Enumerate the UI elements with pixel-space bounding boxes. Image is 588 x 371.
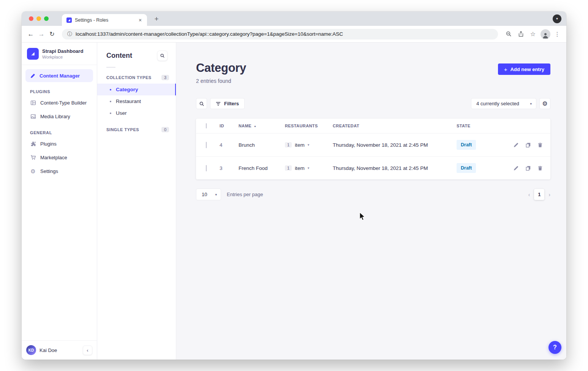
subnav-item-label: Restaurant <box>116 98 141 104</box>
select-all-checkbox[interactable] <box>206 123 207 128</box>
subnav-item-user[interactable]: User <box>97 107 176 119</box>
add-new-entry-label: Add new entry <box>510 67 544 72</box>
browser-profile-icon[interactable]: ▼ <box>553 14 561 23</box>
subnav-item-label: User <box>116 110 127 116</box>
entries-per-page-label: Entries per page <box>227 192 263 197</box>
url-text: localhost:1337/admin/content-manager/col… <box>76 31 343 37</box>
relation-unit-label: item <box>295 142 305 148</box>
edit-pencil-icon[interactable] <box>513 142 519 148</box>
row-checkbox[interactable] <box>206 165 207 171</box>
row-checkbox[interactable] <box>206 142 207 148</box>
chevron-down-icon: ▾ <box>215 193 217 197</box>
sort-ascending-icon: ▲ <box>254 125 256 127</box>
new-tab-button[interactable]: + <box>152 14 161 24</box>
chevron-down-icon: ▾ <box>308 166 310 170</box>
help-button[interactable]: ? <box>548 341 561 354</box>
relation-count-badge: 1 <box>285 165 292 171</box>
collection-types-count-badge: 3 <box>161 75 169 80</box>
delete-trash-icon[interactable] <box>537 142 543 148</box>
subnav-search-button[interactable] <box>157 51 168 61</box>
previous-page-icon[interactable]: ‹ <box>528 192 530 198</box>
pagination-row: 10 ▾ Entries per page ‹ 1 › <box>196 189 550 200</box>
relation-unit-label: item <box>295 165 305 171</box>
sidebar-item-marketplace[interactable]: Marketplace <box>22 151 97 164</box>
column-header-name[interactable]: NAME ▲ <box>239 124 285 128</box>
browser-window: Settings - Roles × + ▼ ← → ↻ ⓘ localhost… <box>22 11 566 360</box>
add-new-entry-button[interactable]: + Add new entry <box>498 63 550 75</box>
cell-restaurants[interactable]: 1 item ▾ <box>285 165 333 171</box>
filters-label: Filters <box>224 101 239 106</box>
workspace-brand[interactable]: Strapi Dashboard Workplace <box>22 43 97 65</box>
cell-restaurants[interactable]: 1 item ▾ <box>285 142 333 148</box>
tab-close-icon[interactable]: × <box>137 17 143 23</box>
strapi-logo-icon <box>27 48 39 60</box>
sidebar-item-settings[interactable]: ⚙ Settings <box>22 164 97 178</box>
subnav-item-label: Category <box>116 87 138 92</box>
address-bar[interactable]: ⓘ localhost:1337/admin/content-manager/c… <box>62 29 498 40</box>
zoom-page-icon[interactable] <box>503 29 514 40</box>
sidebar-item-label: Plugins <box>40 141 57 147</box>
duplicate-icon[interactable] <box>525 142 531 148</box>
column-header-createdat[interactable]: CREATEDAT <box>333 124 457 128</box>
view-settings-gear-icon[interactable]: ⚙ <box>539 98 550 109</box>
main-sidebar: Strapi Dashboard Workplace Content Manag… <box>22 43 97 360</box>
state-badge: Draft <box>457 163 476 173</box>
browser-user-avatar[interactable] <box>541 29 550 39</box>
subnav-title: Content <box>106 52 132 60</box>
column-header-id[interactable]: ID <box>220 124 239 128</box>
sidebar-item-plugins[interactable]: Plugins <box>22 137 97 151</box>
image-icon <box>30 113 36 119</box>
column-header-state[interactable]: STATE <box>457 124 499 128</box>
collapse-sidebar-button[interactable]: ‹ <box>83 346 92 355</box>
chevron-down-icon: ▾ <box>308 143 310 147</box>
page-size-dropdown[interactable]: 10 ▾ <box>196 189 221 200</box>
cell-name: Brunch <box>239 142 285 148</box>
delete-trash-icon[interactable] <box>537 165 543 171</box>
fields-selected-dropdown[interactable]: 4 currently selected ▾ <box>471 98 536 109</box>
duplicate-icon[interactable] <box>525 165 531 171</box>
bookmark-star-icon[interactable]: ☆ <box>528 29 538 40</box>
site-info-icon[interactable]: ⓘ <box>67 31 72 38</box>
cell-createdat: Thursday, November 18, 2021 at 2:45 PM <box>333 165 457 171</box>
bullet-icon <box>110 89 111 90</box>
current-page-button[interactable]: 1 <box>534 189 544 200</box>
tab-favicon-strapi-icon <box>66 17 72 23</box>
plugins-section-label: PLUGINS <box>22 82 97 96</box>
content-subnav: Content COLLECTION TYPES 3 Category Rest… <box>97 43 176 360</box>
next-page-icon[interactable]: › <box>548 192 550 198</box>
entries-count: 2 entries found <box>196 78 550 84</box>
table-row[interactable]: 4 Brunch 1 item ▾ Thursday, November 18,… <box>196 133 550 156</box>
search-button[interactable] <box>196 98 207 109</box>
browser-menu-icon[interactable]: ⋮ <box>552 29 563 40</box>
share-icon[interactable] <box>515 29 526 40</box>
tab-strip: Settings - Roles × + ▼ <box>22 11 566 26</box>
sidebar-item-content-type-builder[interactable]: Content-Type Builder <box>22 96 97 109</box>
close-window-button[interactable] <box>29 16 33 21</box>
reload-icon[interactable]: ↻ <box>47 29 57 40</box>
subnav-item-restaurant[interactable]: Restaurant <box>97 95 176 107</box>
cell-createdat: Thursday, November 18, 2021 at 2:45 PM <box>333 142 457 148</box>
tab-title: Settings - Roles <box>75 17 134 23</box>
state-badge: Draft <box>457 140 476 150</box>
subnav-divider <box>106 67 115 68</box>
user-name: Kai Doe <box>40 347 57 353</box>
sidebar-user-footer: KD Kai Doe ‹ <box>22 340 97 360</box>
back-icon[interactable]: ← <box>25 29 36 40</box>
subnav-item-category[interactable]: Category <box>97 84 176 95</box>
page-title: Category <box>196 43 550 75</box>
sidebar-item-media-library[interactable]: Media Library <box>22 109 97 123</box>
filters-button[interactable]: Filters <box>210 98 245 109</box>
sidebar-item-content-manager[interactable]: Content Manager <box>25 69 93 82</box>
column-header-restaurants[interactable]: RESTAURANTS <box>285 124 333 128</box>
minimize-window-button[interactable] <box>36 16 41 21</box>
entries-table: ID NAME ▲ RESTAURANTS CREATEDAT STATE 4 … <box>196 119 550 179</box>
table-row[interactable]: 3 French Food 1 item ▾ Thursday, Novembe… <box>196 156 550 179</box>
user-avatar[interactable]: KD <box>26 345 36 355</box>
edit-pencil-icon[interactable] <box>513 165 519 171</box>
zoom-window-button[interactable] <box>44 16 49 21</box>
brand-subtitle: Workplace <box>42 55 83 59</box>
chevron-down-icon: ▾ <box>530 102 532 106</box>
cell-id: 4 <box>220 142 239 148</box>
browser-tab[interactable]: Settings - Roles × <box>62 14 147 26</box>
forward-icon[interactable]: → <box>36 29 47 40</box>
